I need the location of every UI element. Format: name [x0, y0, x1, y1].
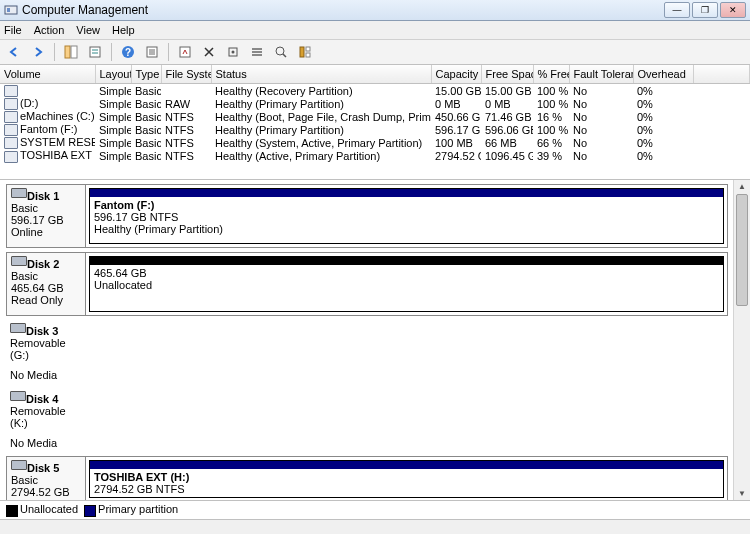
disk-row[interactable]: Disk 4 Removable (K:)No Media [6, 388, 728, 452]
col-pctfree[interactable]: % Free [533, 65, 569, 84]
volume-row[interactable]: (D:) SimpleBasicRAW Healthy (Primary Par… [0, 97, 750, 110]
svg-rect-16 [252, 48, 262, 50]
col-freespace[interactable]: Free Space [481, 65, 533, 84]
legend-primary: Primary partition [84, 503, 178, 516]
volume-name-cell: TOSHIBA EXT (H:) [0, 149, 95, 162]
back-button[interactable] [4, 42, 24, 62]
volume-table[interactable]: Volume Layout Type File System Status Ca… [0, 65, 750, 163]
volume-icon [4, 124, 18, 136]
volume-name-cell: (D:) [0, 97, 95, 110]
disk-icon [11, 256, 27, 266]
scrollbar[interactable]: ▲ ▼ [733, 180, 750, 500]
partition-body: Fantom (F:)596.17 GB NTFSHealthy (Primar… [90, 197, 723, 243]
volume-row[interactable]: eMachines (C:) SimpleBasicNTFS Healthy (… [0, 110, 750, 123]
volume-name-cell: SYSTEM RESERVED [0, 136, 95, 149]
menu-help[interactable]: Help [112, 24, 135, 36]
svg-rect-13 [180, 47, 190, 57]
svg-line-20 [283, 54, 286, 57]
disk-info: Disk 5 Basic2794.52 GB [7, 457, 86, 500]
col-status[interactable]: Status [211, 65, 431, 84]
volume-row[interactable]: Fantom (F:) SimpleBasicNTFS Healthy (Pri… [0, 123, 750, 136]
disk-row[interactable]: Disk 2 Basic465.64 GBRead Only 465.64 GB… [6, 252, 728, 316]
minimize-button[interactable]: — [664, 2, 690, 18]
content-area: Volume Layout Type File System Status Ca… [0, 65, 750, 519]
scroll-thumb[interactable] [736, 194, 748, 306]
refresh-icon[interactable] [142, 42, 162, 62]
window-title: Computer Management [22, 3, 664, 17]
close-button[interactable]: ✕ [720, 2, 746, 18]
app-icon [4, 3, 18, 17]
col-type[interactable]: Type [131, 65, 161, 84]
disk-row[interactable]: Disk 5 Basic2794.52 GB TOSHIBA EXT (H:)2… [6, 456, 728, 500]
disk-info: Disk 1 Basic596.17 GBOnline [7, 185, 86, 247]
disk-row[interactable]: Disk 1 Basic596.17 GBOnline Fantom (F:)5… [6, 184, 728, 248]
toolbar-separator [168, 43, 169, 61]
layout-icon[interactable] [295, 42, 315, 62]
col-volume[interactable]: Volume [0, 65, 95, 84]
volume-list-pane: Volume Layout Type File System Status Ca… [0, 65, 750, 180]
col-filesystem[interactable]: File System [161, 65, 211, 84]
legend-unallocated: Unallocated [6, 503, 78, 516]
svg-rect-21 [300, 47, 304, 57]
show-hide-icon[interactable] [61, 42, 81, 62]
volume-row[interactable]: TOSHIBA EXT (H:) SimpleBasicNTFS Healthy… [0, 149, 750, 162]
svg-rect-23 [306, 53, 310, 57]
svg-text:?: ? [125, 47, 131, 58]
volume-row[interactable]: SimpleBasic Healthy (Recovery Partition)… [0, 84, 750, 98]
svg-rect-3 [71, 46, 77, 58]
disk-icon [10, 323, 26, 333]
toolbar-separator [54, 43, 55, 61]
partition-header [90, 461, 723, 469]
partition-box[interactable]: Fantom (F:)596.17 GB NTFSHealthy (Primar… [89, 188, 724, 244]
volume-icon [4, 137, 18, 149]
menu-action[interactable]: Action [34, 24, 65, 36]
menu-file[interactable]: File [4, 24, 22, 36]
scroll-down-button[interactable]: ▼ [734, 486, 750, 500]
partition-box[interactable]: TOSHIBA EXT (H:)2794.52 GB NTFS [89, 460, 724, 498]
toolbar-separator [111, 43, 112, 61]
titlebar: Computer Management — ❐ ✕ [0, 0, 750, 21]
svg-rect-18 [252, 54, 262, 56]
col-layout[interactable]: Layout [95, 65, 131, 84]
svg-point-15 [232, 51, 235, 54]
partition-box[interactable]: 465.64 GBUnallocated [89, 256, 724, 312]
list-icon[interactable] [247, 42, 267, 62]
toolbar: ? [0, 40, 750, 65]
volume-name-cell: Fantom (F:) [0, 123, 95, 136]
volume-icon [4, 98, 18, 110]
volume-icon [4, 85, 18, 97]
scroll-up-button[interactable]: ▲ [734, 180, 750, 194]
legend-bar: Unallocated Primary partition [0, 500, 750, 519]
column-header-row[interactable]: Volume Layout Type File System Status Ca… [0, 65, 750, 84]
volume-icon [4, 111, 18, 123]
forward-button[interactable] [28, 42, 48, 62]
volume-name-cell: eMachines (C:) [0, 110, 95, 123]
properties-icon[interactable] [85, 42, 105, 62]
action-icon[interactable] [175, 42, 195, 62]
volume-icon [4, 151, 18, 163]
svg-rect-1 [7, 8, 10, 12]
view-icon[interactable] [271, 42, 291, 62]
svg-rect-22 [306, 47, 310, 51]
volume-row[interactable]: SYSTEM RESERVED SimpleBasicNTFS Healthy … [0, 136, 750, 149]
svg-rect-17 [252, 51, 262, 53]
statusbar [0, 519, 750, 534]
delete-icon[interactable] [199, 42, 219, 62]
disk-icon [11, 460, 27, 470]
maximize-button[interactable]: ❐ [692, 2, 718, 18]
partition-header [90, 189, 723, 197]
svg-rect-4 [90, 47, 100, 57]
col-fault[interactable]: Fault Tolerance [569, 65, 633, 84]
help-icon[interactable]: ? [118, 42, 138, 62]
settings-icon[interactable] [223, 42, 243, 62]
col-capacity[interactable]: Capacity [431, 65, 481, 84]
window-controls: — ❐ ✕ [664, 2, 746, 18]
disk-info: Disk 3 Removable (G:)No Media [6, 320, 84, 384]
disk-icon [10, 391, 26, 401]
disk-partitions: Fantom (F:)596.17 GB NTFSHealthy (Primar… [86, 185, 727, 247]
col-overhead[interactable]: Overhead [633, 65, 693, 84]
disk-partitions: TOSHIBA EXT (H:)2794.52 GB NTFS [86, 457, 727, 500]
disk-partitions: 465.64 GBUnallocated [86, 253, 727, 315]
disk-row[interactable]: Disk 3 Removable (G:)No Media [6, 320, 728, 384]
menu-view[interactable]: View [76, 24, 100, 36]
